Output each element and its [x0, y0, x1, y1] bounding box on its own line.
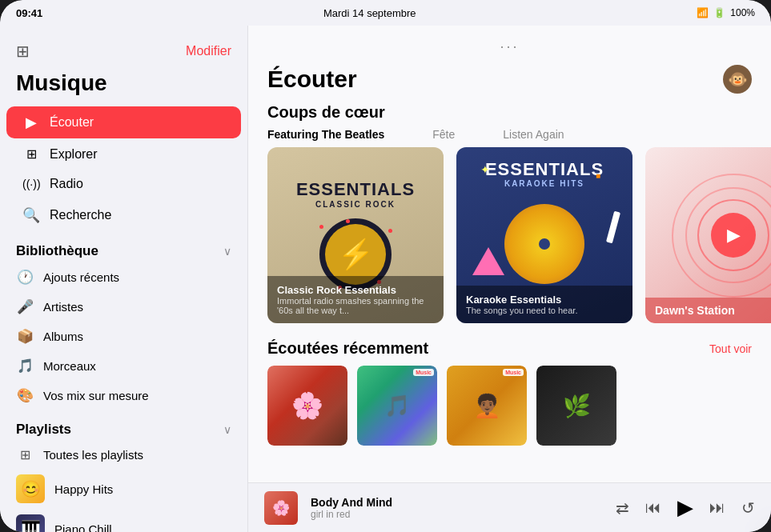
karaoke-circle — [504, 204, 584, 284]
sidebar-item-all-playlists[interactable]: ⊞ Toutes les playlists — [0, 441, 247, 469]
happy-hits-label: Happy Hits — [54, 482, 113, 496]
karaoke-card-overlay: Karaoke Essentials The songs you need to… — [456, 286, 632, 323]
shuffle-button[interactable]: ⇄ — [616, 498, 629, 518]
sidebar-item-ajouts[interactable]: 🕐 Ajouts récents — [0, 262, 247, 292]
sidebar-item-ecouter[interactable]: ▶ Écouter — [6, 106, 241, 138]
featured-cards: ESSENTIALS CLASSIC ROCK ⚡ — [248, 147, 771, 339]
sidebar-layout-icon[interactable]: ⊞ — [16, 42, 30, 61]
featured-card-rock[interactable]: ESSENTIALS CLASSIC ROCK ⚡ — [267, 147, 444, 323]
dot-5 — [319, 225, 323, 229]
now-playing-title: Body And Mind — [311, 496, 603, 509]
grid-icon: ⊞ — [22, 146, 40, 162]
featured-section-header: Coups de cœur — [248, 103, 771, 128]
repeat-button[interactable]: ↺ — [741, 498, 755, 518]
sidebar: ⊞ Modifier Musique ▶ Écouter ⊞ Explorer … — [0, 26, 248, 532]
tab-fete[interactable]: Fête — [432, 128, 455, 141]
sidebar-item-artistes[interactable]: 🎤 Artistes — [0, 292, 247, 322]
clock-icon: 🕐 — [16, 269, 34, 286]
radio-icon: ((·)) — [22, 178, 40, 190]
rock-card-subtitle: Immortal radio smashes spanning the '60s… — [277, 296, 434, 315]
recent-card-3[interactable]: 🧑🏾‍🦱 Music — [447, 366, 527, 446]
station-play-button[interactable]: ▶ — [711, 213, 756, 258]
sidebar-item-radio[interactable]: ((·)) Radio — [6, 170, 241, 198]
station-card-art: ▶ Dawn's Station — [645, 147, 771, 323]
tab-listen-again[interactable]: Listen Again — [503, 128, 564, 141]
play-pause-button[interactable]: ▶ — [677, 495, 693, 520]
portrait-art: 🧑🏾‍🦱 — [473, 393, 501, 419]
more-options-icon[interactable]: ··· — [500, 38, 519, 55]
playlists-chevron-icon: ∨ — [223, 423, 231, 436]
karaoke-card-subtitle: The songs you need to hear. — [466, 306, 623, 315]
sidebar-item-explorer[interactable]: ⊞ Explorer — [6, 139, 241, 169]
station-label: Dawn's Station — [645, 298, 771, 323]
main-panel: ··· Écouter 🐵 Coups de cœur Featuring Th… — [248, 26, 771, 532]
now-playing-bar: 🌸 Body And Mind girl in red ⇄ ⏮ ▶ ⏭ ↺ — [248, 482, 771, 532]
sidebar-item-recherche[interactable]: 🔍 Recherche — [6, 199, 241, 231]
play-circle-icon: ▶ — [22, 114, 40, 131]
happy-hits-thumb: 😊 — [16, 474, 45, 503]
featured-card-station[interactable]: ▶ Dawn's Station — [645, 147, 771, 323]
main-title-row: Écouter 🐵 — [248, 62, 771, 103]
recent-card-4[interactable]: 🌿 — [536, 366, 616, 446]
tab-featuring-beatles[interactable]: Featuring The Beatles — [267, 128, 384, 141]
battery-icon: 🔋 — [713, 7, 725, 18]
next-button[interactable]: ⏭ — [709, 498, 725, 517]
now-playing-thumb: 🌸 — [264, 491, 298, 525]
confetti-1: ✦ — [480, 163, 490, 176]
sidebar-item-piano-chill[interactable]: 🎹 Piano Chill — [0, 509, 247, 532]
featured-tabs: Featuring The Beatles Fête Listen Again — [248, 128, 771, 147]
recent-thumb-3: 🧑🏾‍🦱 Music — [447, 366, 527, 446]
recent-card-1[interactable]: 🌸 — [267, 366, 347, 446]
station-name: Dawn's Station — [655, 304, 771, 317]
karaoke-essentials-text: ESSENTIALS KARAOKE HITS — [485, 160, 604, 188]
featured-section-title: Coups de cœur — [267, 103, 385, 121]
now-playing-controls: ⇄ ⏮ ▶ ⏭ ↺ — [616, 495, 755, 520]
avatar[interactable]: 🐵 — [723, 65, 752, 94]
sidebar-item-morceaux[interactable]: 🎵 Morceaux — [0, 351, 247, 381]
prev-button[interactable]: ⏮ — [645, 498, 661, 517]
sidebar-label-radio: Radio — [50, 177, 83, 191]
recent-card-2[interactable]: 🎵 Music — [357, 366, 437, 446]
album-icon: 📦 — [16, 328, 34, 345]
dot-1 — [346, 219, 350, 223]
sidebar-item-albums[interactable]: 📦 Albums — [0, 322, 247, 351]
playlists-section-header[interactable]: Playlists ∨ — [0, 410, 247, 441]
status-time: 09:41 — [16, 7, 42, 19]
sidebar-title: Musique — [0, 64, 247, 106]
mix-icon: 🎨 — [16, 387, 34, 404]
lightning-icon: ⚡ — [338, 238, 374, 271]
see-all-recent-button[interactable]: Tout voir — [709, 342, 752, 355]
edit-button[interactable]: Modifier — [186, 44, 231, 58]
recent-thumb-1: 🌸 — [267, 366, 347, 446]
sidebar-label-ajouts: Ajouts récents — [43, 270, 119, 284]
wifi-icon: 📶 — [697, 7, 709, 18]
apple-music-badge-2: Music — [503, 369, 524, 376]
status-bar: 09:41 Mardi 14 septembre 📶 🔋 100% — [0, 0, 771, 26]
dot-2 — [388, 229, 392, 233]
recent-header: Écoutées récemment Tout voir — [267, 339, 752, 358]
library-section-header[interactable]: Bibliothèque ∨ — [0, 232, 247, 262]
throwback-art: 🎵 — [384, 394, 410, 418]
confetti-2: ■ — [596, 171, 600, 180]
sidebar-label-all-playlists: Toutes les playlists — [43, 448, 143, 462]
recent-section-title: Écoutées récemment — [267, 339, 428, 358]
library-title: Bibliothèque — [16, 243, 98, 259]
recent-cards: 🌸 🎵 Music 🧑🏾‍🦱 Music — [267, 366, 752, 446]
featured-card-karaoke[interactable]: ESSENTIALS KARAOKE HITS ✦ ■ — [456, 147, 632, 323]
station-circles: ▶ — [669, 171, 771, 299]
sidebar-label-artistes: Artistes — [43, 300, 83, 314]
main-content: ··· Écouter 🐵 Coups de cœur Featuring Th… — [248, 26, 771, 482]
recent-thumb-4: 🌿 — [536, 366, 616, 446]
library-chevron-icon: ∨ — [223, 245, 231, 258]
main-header: ··· — [248, 26, 771, 62]
now-playing-artist: girl in red — [311, 509, 603, 520]
search-icon: 🔍 — [22, 206, 40, 224]
karaoke-inner-dot — [539, 238, 550, 250]
rock-card-title: Classic Rock Essentials — [277, 284, 434, 296]
status-date: Mardi 14 septembre — [323, 7, 416, 19]
sidebar-label-albums: Albums — [43, 330, 83, 343]
sidebar-item-mix[interactable]: 🎨 Vos mix sur mesure — [0, 381, 247, 410]
note-icon: 🎵 — [16, 358, 34, 374]
sidebar-item-happy-hits[interactable]: 😊 Happy Hits — [0, 469, 247, 509]
piano-chill-label: Piano Chill — [54, 522, 112, 533]
